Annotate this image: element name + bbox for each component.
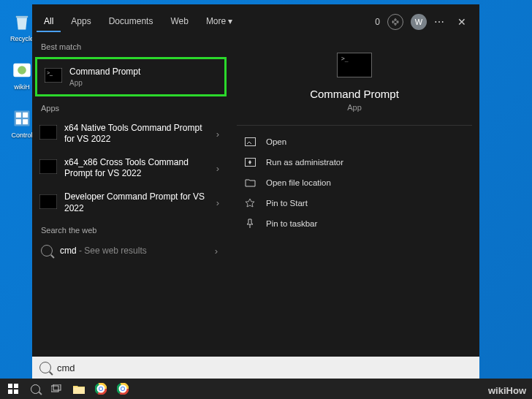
user-avatar[interactable]: W	[411, 14, 427, 30]
svg-rect-14	[8, 384, 12, 388]
result-title: Command Prompt	[69, 66, 217, 78]
open-icon	[244, 137, 256, 147]
divider	[237, 125, 472, 126]
result-web-item[interactable]: cmd - See web results ›	[32, 239, 229, 262]
svg-rect-15	[14, 384, 18, 388]
svg-rect-11	[39, 194, 57, 209]
svg-rect-17	[14, 390, 18, 394]
action-label: Run as administrator	[266, 158, 343, 167]
wikihow-icon	[10, 58, 34, 82]
search-input[interactable]	[57, 362, 472, 373]
recycle-bin-icon	[10, 10, 34, 34]
svg-rect-3	[16, 113, 21, 118]
close-button[interactable]: ✕	[453, 15, 471, 29]
section-best-match: Best match	[32, 37, 229, 56]
chevron-right-icon[interactable]: ›	[213, 197, 222, 208]
action-label: Pin to Start	[266, 199, 308, 208]
web-query: cmd	[60, 246, 77, 256]
pin-icon	[244, 198, 256, 208]
chevron-right-icon[interactable]: ›	[213, 163, 222, 174]
result-app-item[interactable]: x64_x86 Cross Tools Command Prompt for V…	[32, 151, 229, 186]
result-subtitle: App	[69, 79, 217, 87]
tab-more-label: More	[206, 16, 226, 26]
taskbar-chrome[interactable]	[91, 380, 111, 398]
taskbar-chrome-2[interactable]	[113, 380, 133, 398]
svg-rect-19	[53, 384, 61, 390]
chevron-down-icon: ▾	[228, 16, 232, 26]
action-open-location[interactable]: Open file location	[237, 172, 472, 193]
preview-title: Command Prompt	[310, 88, 399, 100]
search-bar[interactable]	[32, 357, 479, 379]
command-prompt-icon	[39, 125, 57, 142]
rewards-icon[interactable]	[387, 14, 403, 30]
command-prompt-icon	[39, 159, 57, 177]
chevron-right-icon[interactable]: ›	[213, 129, 222, 140]
svg-rect-20	[73, 387, 85, 394]
svg-rect-9	[39, 125, 57, 140]
svg-rect-16	[8, 390, 12, 394]
action-open[interactable]: Open	[237, 132, 472, 152]
pin-icon	[244, 218, 256, 229]
svg-rect-18	[51, 386, 58, 392]
taskbar-file-explorer[interactable]	[69, 380, 89, 398]
folder-icon	[244, 178, 256, 188]
actions-list: Open Run as administrator Open file loca…	[237, 132, 472, 234]
search-icon	[41, 245, 53, 256]
tab-web[interactable]: Web	[163, 12, 195, 32]
search-panel: All Apps Documents Web More ▾ 0 W ⋯ ✕ Be…	[32, 4, 479, 373]
command-prompt-preview-icon	[337, 53, 372, 77]
tab-all[interactable]: All	[37, 12, 61, 32]
result-best-match[interactable]: >_ Command Prompt App	[35, 57, 227, 96]
command-prompt-icon	[39, 194, 57, 212]
preview-column: Command Prompt App Open Run as administr…	[229, 34, 479, 373]
tab-documents[interactable]: Documents	[102, 12, 161, 32]
svg-point-26	[99, 387, 102, 390]
watermark: wikiHow	[488, 385, 526, 396]
tab-apps[interactable]: Apps	[64, 12, 98, 32]
results-column: Best match >_ Command Prompt App Apps x6…	[32, 34, 229, 373]
preview-subtitle: App	[347, 103, 362, 112]
section-apps: Apps	[32, 98, 229, 117]
action-label: Open	[266, 137, 286, 146]
taskbar-task-view[interactable]	[47, 380, 67, 398]
web-suffix: - See web results	[77, 246, 147, 256]
svg-rect-12	[245, 138, 255, 146]
svg-rect-5	[16, 119, 21, 124]
command-prompt-icon: >_	[45, 68, 62, 86]
svg-point-1	[18, 66, 26, 75]
section-web: Search the web	[32, 220, 229, 239]
action-label: Pin to taskbar	[266, 219, 317, 228]
control-panel-icon	[10, 107, 34, 130]
result-title: x64 Native Tools Command Prompt for VS 2…	[64, 123, 206, 145]
result-app-item[interactable]: Developer Command Prompt for VS 2022 ›	[32, 186, 229, 220]
chevron-right-icon[interactable]: ›	[212, 246, 221, 256]
svg-point-32	[121, 387, 124, 390]
svg-rect-4	[23, 113, 28, 118]
header-counter: 0	[375, 17, 380, 27]
action-pin-taskbar[interactable]: Pin to taskbar	[237, 213, 472, 234]
action-run-admin[interactable]: Run as administrator	[237, 152, 472, 172]
search-icon	[31, 384, 40, 394]
tab-more[interactable]: More ▾	[199, 12, 240, 32]
admin-icon	[244, 157, 256, 167]
action-label: Open file location	[266, 178, 331, 187]
search-icon	[39, 362, 51, 373]
svg-rect-6	[23, 119, 28, 124]
more-options-icon[interactable]: ⋯	[434, 16, 446, 28]
taskbar	[0, 379, 532, 399]
tabs-bar: All Apps Documents Web More ▾ 0 W ⋯ ✕	[32, 4, 479, 34]
header-right: 0 W ⋯ ✕	[375, 14, 475, 30]
result-app-item[interactable]: x64 Native Tools Command Prompt for VS 2…	[32, 117, 229, 151]
result-title: Developer Command Prompt for VS 2022	[64, 191, 206, 214]
svg-text:>_: >_	[47, 70, 53, 76]
action-pin-start[interactable]: Pin to Start	[237, 193, 472, 213]
start-button[interactable]	[3, 380, 23, 398]
result-title: x64_x86 Cross Tools Command Prompt for V…	[64, 157, 206, 180]
svg-rect-10	[39, 159, 57, 174]
taskbar-search[interactable]	[25, 380, 45, 398]
